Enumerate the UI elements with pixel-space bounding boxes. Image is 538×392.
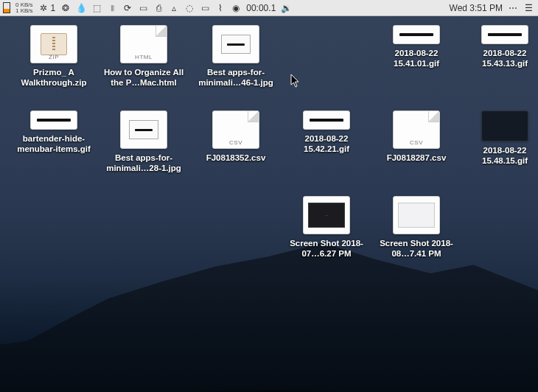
clock[interactable]: Wed 3:51 PM xyxy=(450,3,503,13)
sync-icon[interactable]: ⟳ xyxy=(122,3,133,13)
file-label: Screen Shot 2018-08…7.41 PM xyxy=(373,238,460,259)
file-label: 2018-08-22 15.42.21.gif xyxy=(283,133,370,154)
file-thumbnail xyxy=(393,196,440,234)
timer-readout[interactable]: 00:00.1 xyxy=(246,3,276,13)
file-label: How to Organize All the P…Mac.html xyxy=(100,67,187,88)
file-label: 2018-08-22 15.41.01.gif xyxy=(373,48,460,69)
proc-count: 1 xyxy=(51,3,56,13)
file-thumbnail: HTML xyxy=(120,25,167,63)
notification-center-icon[interactable]: ☰ xyxy=(523,3,534,13)
printer-icon[interactable]: ⎙ xyxy=(153,3,164,13)
file-label: Best apps-for-minimali…46-1.jpg xyxy=(192,67,279,88)
overflow-icon[interactable]: ⋯ xyxy=(508,3,518,13)
desktop-file[interactable]: ···Screen Shot 2018-07…6.27 PM xyxy=(283,196,370,259)
file-thumbnail: ··· xyxy=(303,196,350,234)
desktop-file[interactable]: 2018-08-22 15.43.13.gif xyxy=(461,25,538,69)
volume-icon[interactable]: 🔉 xyxy=(281,3,291,13)
desktop-file[interactable]: Best apps-for-minimali…28-1.jpg xyxy=(100,111,187,173)
file-thumbnail xyxy=(30,111,77,130)
net-down-label: 1 KB/s xyxy=(15,8,33,14)
record-icon[interactable]: ◉ xyxy=(231,3,241,13)
network-speed-indicator[interactable]: 0 KB/s 1 KB/s xyxy=(15,2,33,14)
file-thumbnail: ZIP xyxy=(30,25,77,63)
desktop-file[interactable]: Screen Shot 2018-08…7.41 PM xyxy=(373,196,460,259)
desktop-file[interactable]: CSVFJ0818352.csv xyxy=(192,111,279,163)
desktop-icons: ZIPPrizmo_ A Walkthrough.zipHTMLHow to O… xyxy=(4,22,535,392)
desktop-file[interactable]: ZIPPrizmo_ A Walkthrough.zip xyxy=(10,25,97,88)
select-icon[interactable]: ⬚ xyxy=(91,3,102,13)
aperture-icon[interactable]: ❂ xyxy=(60,3,71,13)
file-label: Screen Shot 2018-07…6.27 PM xyxy=(283,238,370,259)
desktop-file[interactable]: CSVFJ0818287.csv xyxy=(373,111,460,163)
desktop-file[interactable]: 2018-08-22 15.48.15.gif xyxy=(461,111,538,166)
file-thumbnail: CSV xyxy=(212,111,259,149)
dock-icon[interactable]: ▭ xyxy=(138,3,148,13)
file-label: Prizmo_ A Walkthrough.zip xyxy=(10,67,97,88)
menubar: 0 KB/s 1 KB/s ✲1 ❂ 💧 ⬚ ⫴ ⟳ ▭ ⎙ ▵ ◌ ▭ ⌇ ◉… xyxy=(0,0,538,16)
file-label: 2018-08-22 15.48.15.gif xyxy=(461,145,538,166)
bars-icon[interactable]: ⫴ xyxy=(107,3,117,13)
file-thumbnail xyxy=(481,25,528,44)
file-label: bartender-hide-menubar-items.gif xyxy=(10,133,97,154)
desktop-file[interactable]: bartender-hide-menubar-items.gif xyxy=(10,111,97,154)
file-label: FJ0818287.csv xyxy=(387,153,447,163)
wifi-icon[interactable]: ⌇ xyxy=(215,3,226,13)
desktop-file[interactable]: 2018-08-22 15.41.01.gif xyxy=(373,25,460,69)
fan-icon[interactable]: ✲1 xyxy=(38,3,56,13)
file-thumbnail xyxy=(481,111,528,141)
file-thumbnail: CSV xyxy=(393,111,440,149)
desktop-file[interactable]: HTMLHow to Organize All the P…Mac.html xyxy=(100,25,187,88)
desktop-file[interactable]: Best apps-for-minimali…46-1.jpg xyxy=(192,25,279,88)
file-thumbnail xyxy=(303,111,350,130)
loading-icon[interactable]: ◌ xyxy=(184,3,195,13)
desktop-file[interactable]: 2018-08-22 15.42.21.gif xyxy=(283,111,370,154)
file-label: 2018-08-22 15.43.13.gif xyxy=(461,48,538,69)
display-icon[interactable]: ▭ xyxy=(200,3,210,13)
file-thumbnail xyxy=(212,25,259,63)
battery-icon[interactable] xyxy=(3,2,10,13)
airplay-icon[interactable]: ▵ xyxy=(169,3,179,13)
file-label: Best apps-for-minimali…28-1.jpg xyxy=(100,153,187,173)
file-thumbnail xyxy=(120,111,167,149)
file-label: FJ0818352.csv xyxy=(206,153,266,163)
file-thumbnail xyxy=(393,25,440,44)
droplet-icon[interactable]: 💧 xyxy=(76,3,86,13)
